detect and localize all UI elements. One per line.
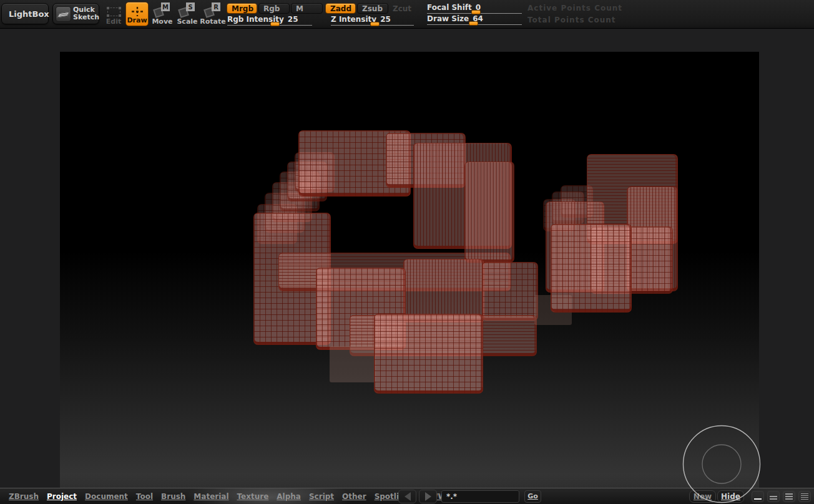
sketch-stroke (482, 262, 538, 321)
layout-single-row-button[interactable] (752, 491, 764, 502)
rgb-intensity-handle[interactable] (270, 22, 280, 26)
arrow-left-icon (405, 492, 411, 501)
menu-item-tool[interactable]: Tool (136, 492, 153, 501)
quicksketch-label: Quick Sketch (73, 6, 99, 21)
menu-item-script[interactable]: Script (309, 492, 334, 501)
draw-size-handle[interactable] (469, 21, 478, 26)
lightbox-label: LightBox (9, 9, 49, 19)
focal-shift-handle[interactable] (471, 10, 481, 14)
arrow-right-icon (425, 492, 431, 501)
layout-four-rows-button[interactable] (798, 491, 811, 502)
hide-button[interactable]: Hide (717, 490, 744, 503)
m-mode-button[interactable]: M (291, 3, 323, 14)
edit-tool-button: Edit (101, 2, 126, 27)
next-button[interactable] (419, 490, 437, 503)
file-filter-input[interactable] (441, 490, 519, 503)
draw-tool-button[interactable]: Draw (125, 2, 149, 26)
draw-crosshair-icon (132, 7, 143, 16)
lightbox-button[interactable]: LightBox (1, 3, 49, 24)
zadd-mode-button[interactable]: Zadd (325, 3, 356, 14)
document-canvas[interactable] (60, 52, 759, 488)
z-intensity-label: Z Intensity (331, 15, 376, 24)
menu-item-brush[interactable]: Brush (161, 492, 185, 501)
z-intensity-slider[interactable]: Z Intensity 25 (331, 15, 414, 26)
focal-shift-slider[interactable]: Focal Shift 0 (427, 3, 522, 14)
sketch-stroke (464, 162, 514, 263)
rotate-icon: R (204, 2, 222, 17)
z-intensity-value: 25 (380, 15, 391, 24)
draw-size-slider[interactable]: Draw Size 64 (427, 14, 522, 25)
go-button[interactable]: Go (524, 490, 541, 503)
menu-item-project[interactable]: Project (47, 492, 77, 501)
edit-marquee-icon (107, 7, 120, 16)
menu-item-other[interactable]: Other (342, 492, 366, 501)
rgb-mode-button[interactable]: Rgb (258, 3, 290, 14)
quicksketch-button[interactable]: Quick Sketch (52, 3, 99, 24)
layout-two-rows-button[interactable] (767, 491, 780, 502)
sketch-stroke (403, 259, 484, 322)
move-icon: M (154, 2, 171, 17)
bottom-menubar: ZBrush Project Document Tool Brush Mater… (0, 488, 814, 504)
sketch-layer (60, 52, 759, 488)
scale-icon: S (179, 2, 196, 17)
quicksketch-icon (56, 6, 71, 22)
zsub-mode-button[interactable]: Zsub (357, 3, 388, 14)
rotate-tool-button[interactable]: R Rotate (200, 2, 226, 27)
layout-three-rows-button[interactable] (783, 491, 795, 502)
top-toolbar: LightBox Quick Sketch Edit Draw M Move S… (0, 0, 814, 29)
menu-item-material[interactable]: Material (194, 492, 228, 501)
focal-shift-label: Focal Shift (427, 3, 472, 12)
z-intensity-handle[interactable] (370, 22, 380, 26)
workspace (0, 29, 814, 488)
menu-item-alpha[interactable]: Alpha (277, 492, 301, 501)
rgb-intensity-slider[interactable]: Rgb Intensity 25 (227, 15, 312, 26)
sketch-stroke (330, 346, 376, 382)
sketch-stroke (374, 314, 483, 394)
menu-item-texture[interactable]: Texture (237, 492, 269, 501)
scale-tool-button[interactable]: S Scale (175, 2, 200, 27)
zcut-mode-button: Zcut (393, 4, 411, 13)
rgb-intensity-value: 25 (288, 15, 298, 24)
move-tool-button[interactable]: M Move (150, 2, 175, 27)
menu-item-zbrush[interactable]: ZBrush (9, 492, 39, 501)
file-nav-group: Go (398, 488, 541, 504)
menu-item-document[interactable]: Document (85, 492, 128, 501)
previous-button[interactable] (398, 490, 416, 503)
mrgb-mode-button[interactable]: Mrgb (227, 3, 257, 14)
new-button[interactable]: New (689, 490, 716, 503)
active-points-count-label: Active Points Count (527, 4, 622, 12)
main-menu: ZBrush Project Document Tool Brush Mater… (9, 488, 446, 504)
total-points-count-label: Total Points Count (527, 16, 616, 24)
sketch-stroke (551, 224, 632, 313)
draw-size-label: Draw Size (427, 14, 469, 23)
